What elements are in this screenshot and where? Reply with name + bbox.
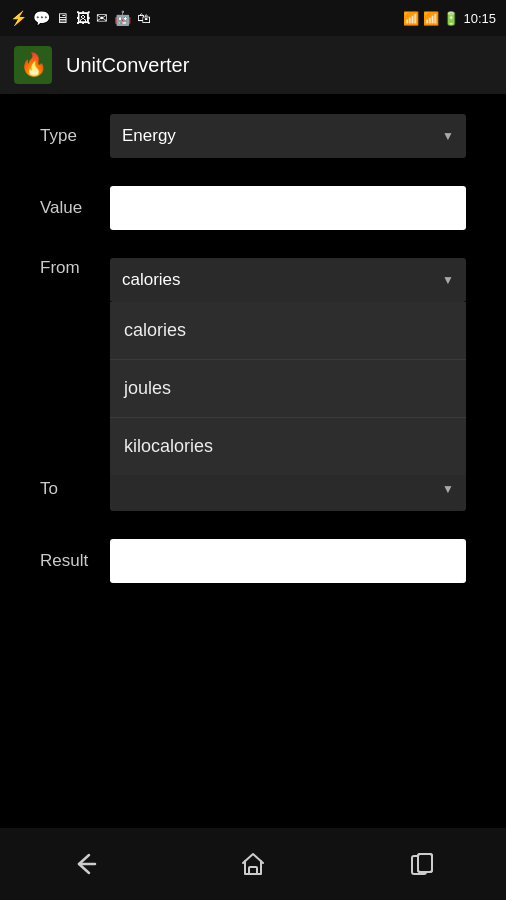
- recents-icon: [409, 851, 435, 877]
- dropdown-item-calories[interactable]: calories: [110, 302, 466, 360]
- from-dropdown-menu: calories joules kilocalories: [110, 302, 466, 475]
- type-dropdown-arrow: ▼: [442, 129, 454, 143]
- from-value: calories: [122, 270, 181, 290]
- home-icon: [239, 850, 267, 878]
- status-bar-left: ⚡ 💬 🖥 🖼 ✉ 🤖 🛍: [10, 10, 151, 26]
- android-icon: 🤖: [114, 10, 131, 26]
- back-icon: [69, 849, 99, 879]
- from-dropdown[interactable]: calories ▼: [110, 258, 466, 302]
- from-dropdown-container: calories ▼ calories joules kilocalories: [110, 258, 466, 302]
- main-content: Type Energy ▼ Value From calories ▼ calo…: [0, 94, 506, 603]
- from-row: From calories ▼ calories joules kilocalo…: [40, 258, 466, 302]
- image-icon: 🖼: [76, 10, 90, 26]
- result-label: Result: [40, 551, 110, 571]
- svg-rect-2: [418, 854, 432, 872]
- time-display: 10:15: [463, 11, 496, 26]
- wifi-icon: 📶: [403, 11, 419, 26]
- value-input[interactable]: [110, 186, 466, 230]
- type-dropdown[interactable]: Energy ▼: [110, 114, 466, 158]
- dropdown-item-kilocalories[interactable]: kilocalories: [110, 418, 466, 475]
- message-icon: 💬: [33, 10, 50, 26]
- type-label: Type: [40, 126, 110, 146]
- result-input[interactable]: [110, 539, 466, 583]
- type-row: Type Energy ▼: [40, 114, 466, 158]
- to-label: To: [40, 479, 110, 499]
- value-row: Value: [40, 186, 466, 230]
- app-icon: 🔥: [14, 46, 52, 84]
- email-icon: ✉: [96, 10, 108, 26]
- screen-icon: 🖥: [56, 10, 70, 26]
- dropdown-item-joules[interactable]: joules: [110, 360, 466, 418]
- shop-icon: 🛍: [137, 10, 151, 26]
- type-value: Energy: [122, 126, 176, 146]
- signal-icon: 📶: [423, 11, 439, 26]
- app-title: UnitConverter: [66, 54, 189, 77]
- usb-icon: ⚡: [10, 10, 27, 26]
- to-dropdown-arrow: ▼: [442, 482, 454, 496]
- from-label: From: [40, 258, 110, 278]
- app-bar: 🔥 UnitConverter: [0, 36, 506, 94]
- value-label: Value: [40, 198, 110, 218]
- home-button[interactable]: [223, 834, 283, 894]
- result-row: Result: [40, 539, 466, 583]
- recents-button[interactable]: [392, 834, 452, 894]
- from-dropdown-arrow: ▼: [442, 273, 454, 287]
- back-button[interactable]: [54, 834, 114, 894]
- status-bar: ⚡ 💬 🖥 🖼 ✉ 🤖 🛍 📶 📶 🔋 10:15: [0, 0, 506, 36]
- svg-rect-0: [249, 867, 257, 874]
- status-bar-right: 📶 📶 🔋 10:15: [403, 11, 496, 26]
- nav-bar: [0, 828, 506, 900]
- battery-icon: 🔋: [443, 11, 459, 26]
